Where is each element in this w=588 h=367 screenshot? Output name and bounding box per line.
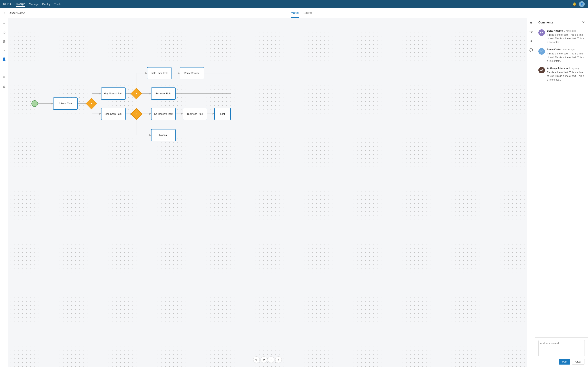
sub-header: ← Asset Name Model Source ··· bbox=[0, 8, 588, 18]
user-avatar[interactable]: 👤 bbox=[579, 1, 585, 7]
notification-icon[interactable]: 🔔 bbox=[572, 2, 577, 6]
comments-title: Comments bbox=[538, 21, 582, 24]
comment-author: Steve Carter bbox=[547, 48, 562, 51]
left-toolbar: ○ ◇ ◎ → 👤 ☷ ✉ △ ☷ bbox=[0, 18, 8, 367]
comment-meta: Betty Higgins 2 hours ago bbox=[547, 29, 585, 32]
comment-body: Betty Higgins 2 hours ago This is a line… bbox=[547, 29, 585, 44]
gateway-2-shape: × bbox=[131, 88, 142, 100]
comment-item: SC Steve Carter 6 hours ago This is a li… bbox=[538, 48, 585, 63]
redo-button[interactable]: ↻ bbox=[260, 356, 267, 363]
little-user-task-node[interactable]: Little User Task bbox=[147, 67, 172, 79]
more-options-button[interactable]: ··· bbox=[582, 11, 585, 15]
comment-author: Betty Higgins bbox=[547, 29, 563, 32]
comment-author: Anthony Johnson bbox=[547, 67, 568, 70]
main-layout: ○ ◇ ◎ → 👤 ☷ ✉ △ ☷ bbox=[0, 18, 588, 367]
send-task-label: A Send Task bbox=[59, 102, 72, 105]
little-user-task-label: Little User Task bbox=[151, 72, 168, 75]
nav-manage[interactable]: Manage bbox=[29, 2, 39, 7]
subprocess-tool[interactable]: △ bbox=[1, 83, 7, 89]
history-tool-button[interactable]: ↺ bbox=[528, 38, 534, 44]
map-tool-button[interactable]: 🗺 bbox=[528, 29, 534, 35]
comments-list: BH Betty Higgins 2 hours ago This is a l… bbox=[535, 27, 588, 337]
post-comment-button[interactable]: Post bbox=[559, 359, 570, 365]
start-event-shape bbox=[31, 100, 38, 107]
comment-time: 6 hours ago bbox=[563, 48, 575, 51]
connections-svg bbox=[8, 18, 527, 367]
zoom-in-button[interactable]: + bbox=[275, 356, 282, 363]
canvas-area[interactable]: A Send Task × Hey Manual Task × Little U… bbox=[8, 18, 527, 367]
comment-item: AJ Anthony Johnson 2 days ago This is a … bbox=[538, 67, 585, 82]
comments-tool-button[interactable]: 💬 bbox=[528, 47, 534, 53]
hey-manual-task-label: Hey Manual Task bbox=[104, 92, 123, 95]
nice-script-task-label: Nice Script Task bbox=[104, 113, 122, 115]
comment-text: This is a line of text. This is a line o… bbox=[547, 33, 585, 44]
end-event-tool[interactable]: ◎ bbox=[1, 38, 7, 44]
comment-text: This is a line of text. This is a line o… bbox=[547, 71, 585, 82]
tab-model[interactable]: Model bbox=[291, 8, 298, 18]
manual-task-node[interactable]: Manual bbox=[151, 129, 176, 141]
comment-body: Anthony Johnson 2 days ago This is a lin… bbox=[547, 67, 585, 82]
gateway-1-shape: × bbox=[86, 98, 97, 109]
table-tool[interactable]: ☷ bbox=[1, 65, 7, 71]
go-receive-task-label: Go Receive Task bbox=[154, 113, 173, 115]
comment-time: 2 days ago bbox=[569, 67, 580, 69]
go-receive-task-node[interactable]: Go Receive Task bbox=[151, 108, 176, 120]
comment-input[interactable] bbox=[538, 340, 585, 356]
settings-tool-button[interactable]: ⚙ bbox=[528, 20, 534, 26]
comment-item: BH Betty Higgins 2 hours ago This is a l… bbox=[538, 29, 585, 44]
nav-track[interactable]: Track bbox=[54, 2, 61, 7]
comment-meta: Steve Carter 6 hours ago bbox=[547, 48, 585, 51]
back-button[interactable]: ← bbox=[3, 11, 7, 15]
business-rule-2-node[interactable]: Business Rule bbox=[183, 108, 207, 120]
comments-panel: Comments ✕ BH Betty Higgins 2 hours ago … bbox=[535, 18, 588, 367]
gateway-3[interactable]: × bbox=[132, 110, 140, 118]
sequence-flow-tool[interactable]: → bbox=[1, 47, 7, 53]
betty-avatar: BH bbox=[538, 29, 545, 36]
hey-manual-task-node[interactable]: Hey Manual Task bbox=[101, 87, 126, 100]
zoom-controls: ↺ ↻ − + bbox=[253, 356, 282, 363]
anthony-avatar: AJ bbox=[538, 67, 545, 73]
gateway-3-shape: × bbox=[131, 108, 142, 120]
last-task-label: Last bbox=[220, 113, 225, 115]
envelope-tool[interactable]: ✉ bbox=[1, 74, 7, 80]
brand-logo: RHBA bbox=[3, 2, 11, 6]
business-rule-1-node[interactable]: Business Rule bbox=[151, 87, 176, 100]
gateway-1[interactable]: × bbox=[87, 100, 95, 108]
right-tool-panel: ⚙ 🗺 ↺ 💬 bbox=[527, 18, 535, 367]
business-rule-1-label: Business Rule bbox=[156, 92, 171, 95]
comment-input-area: Post Clear bbox=[535, 337, 588, 367]
collection-tool[interactable]: ☷ bbox=[1, 92, 7, 98]
some-service-node[interactable]: Some Service bbox=[180, 67, 204, 79]
business-rule-2-label: Business Rule bbox=[187, 113, 203, 115]
comment-actions: Post Clear bbox=[538, 359, 585, 365]
user-task-tool[interactable]: 👤 bbox=[1, 56, 7, 62]
some-service-label: Some Service bbox=[184, 72, 200, 75]
clear-comment-button[interactable]: Clear bbox=[572, 359, 585, 365]
comment-meta: Anthony Johnson 2 days ago bbox=[547, 67, 585, 70]
undo-button[interactable]: ↺ bbox=[253, 356, 260, 363]
comment-text: This is a line of text. This is a line o… bbox=[547, 52, 585, 63]
gateway-tool[interactable]: ◇ bbox=[1, 29, 7, 35]
send-task-node[interactable]: A Send Task bbox=[53, 98, 78, 110]
close-comments-button[interactable]: ✕ bbox=[582, 20, 585, 24]
nav-deploy[interactable]: Deploy bbox=[42, 2, 51, 7]
nav-design[interactable]: Design bbox=[16, 2, 25, 7]
steve-avatar: SC bbox=[538, 48, 545, 55]
start-event[interactable] bbox=[31, 100, 38, 107]
zoom-out-button[interactable]: − bbox=[268, 356, 274, 363]
comments-header: Comments ✕ bbox=[535, 18, 588, 27]
tab-group: Model Source bbox=[291, 8, 312, 18]
last-task-node[interactable]: Last bbox=[214, 108, 231, 120]
tab-source[interactable]: Source bbox=[303, 8, 312, 18]
comment-time: 2 hours ago bbox=[564, 30, 576, 32]
gateway-2[interactable]: × bbox=[132, 90, 140, 98]
comment-body: Steve Carter 6 hours ago This is a line … bbox=[547, 48, 585, 63]
nice-script-task-node[interactable]: Nice Script Task bbox=[101, 108, 126, 120]
top-nav: RHBA Design Manage Deploy Track 🔔 👤 bbox=[0, 0, 588, 8]
start-event-tool[interactable]: ○ bbox=[1, 20, 7, 26]
manual-task-label: Manual bbox=[159, 134, 167, 137]
asset-name-label: Asset Name bbox=[9, 11, 25, 15]
